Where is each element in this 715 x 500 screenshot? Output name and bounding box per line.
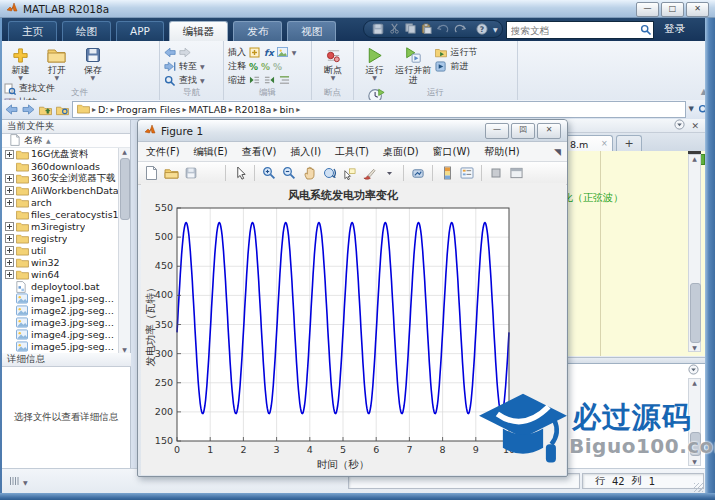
file-tree-row[interactable]: image5.jpg-segmente... (2, 340, 120, 352)
expand-icon[interactable] (5, 258, 14, 267)
expand-icon[interactable] (5, 222, 14, 231)
undo-icon[interactable] (437, 23, 449, 36)
breadcrumb[interactable]: ▸D:▸Program Files▸MATLAB▸R2018a▸bin▸ (72, 101, 686, 118)
ribbon-tab-apps[interactable]: APP (116, 21, 164, 41)
expand-icon[interactable] (5, 270, 14, 279)
copy-icon[interactable] (405, 23, 416, 36)
breadcrumb-segment[interactable]: Program Files (117, 104, 181, 115)
breadcrumb-segment[interactable]: MATLAB (189, 104, 227, 115)
run-section-button[interactable]: 运行节 (435, 46, 477, 59)
dock-figure-icon[interactable]: ◥ (554, 147, 561, 157)
zoom-in-icon[interactable] (261, 165, 277, 181)
panel-close-icon[interactable]: ✕ (691, 121, 699, 131)
file-tree-row[interactable]: registry (2, 232, 120, 244)
breadcrumb-segment[interactable]: R2018a (235, 104, 272, 115)
open-button[interactable]: 打开 ▼ (40, 44, 73, 80)
file-tree-row[interactable]: m3iregistry (2, 220, 120, 232)
figure-menu-item[interactable]: 编辑(E) (194, 145, 228, 159)
expand-icon[interactable] (5, 234, 14, 243)
figure-close-button[interactable]: ✕ (537, 123, 561, 139)
resize-grip[interactable] (694, 483, 703, 492)
rotate-3d-icon[interactable] (321, 165, 337, 181)
statusbar-menu[interactable]: ▼ (9, 476, 28, 488)
sign-in-link[interactable]: 登录 (664, 22, 685, 36)
expand-icon[interactable] (5, 174, 14, 183)
save-button[interactable]: 保存 ▼ (76, 44, 109, 80)
ribbon-tab-publish[interactable]: 发布 (233, 21, 282, 41)
figure-menu-item[interactable]: 查看(V) (242, 145, 277, 159)
browse-folder-icon[interactable] (55, 103, 69, 117)
figure-menu-item[interactable]: 帮助(H) (484, 145, 519, 159)
file-tree-row[interactable]: util (2, 244, 120, 256)
indent-button[interactable]: 缩进 (228, 74, 307, 87)
save-icon[interactable] (183, 165, 199, 181)
file-tree-row[interactable]: files_ceratocystis1 (2, 208, 120, 220)
open-folder-icon[interactable] (163, 165, 179, 181)
find-button[interactable]: 查找 ▼ (164, 74, 219, 87)
comment-remove-icon[interactable]: % (273, 62, 282, 72)
file-tree-row[interactable]: 360安全浏览器下载 (2, 172, 120, 184)
expand-icon[interactable] (5, 198, 14, 207)
panel-menu-icon[interactable] (674, 119, 685, 132)
run-advance-button[interactable]: 运行并前进 (394, 44, 432, 85)
file-tree-row[interactable]: image4.jpg-segmente... (2, 328, 120, 340)
file-tree-row[interactable]: win32 (2, 256, 120, 268)
new-script-button[interactable]: 新建 ▼ (4, 44, 37, 80)
file-tree-row[interactable]: image2.jpg-segmente... (2, 304, 120, 316)
maximize-button[interactable]: □ (661, 2, 684, 17)
tab-close-icon[interactable]: × (601, 139, 608, 148)
figure-maximize-button[interactable]: 回 (511, 123, 535, 139)
breadcrumb-segment[interactable]: bin (279, 104, 294, 115)
insert-button[interactable]: 插入 fx ▼ (228, 46, 307, 59)
file-tree-row[interactable]: image1.jpg-segmente... (2, 292, 120, 304)
breakpoints-button[interactable]: 断点 ▼ (316, 44, 350, 80)
advance-button[interactable]: 前进 (435, 60, 477, 73)
breadcrumb-dropdown-icon[interactable]: ▼ (689, 107, 694, 112)
comment-add-icon[interactable]: % (261, 62, 270, 72)
expand-icon[interactable] (5, 246, 14, 255)
figure-menu-item[interactable]: 窗口(W) (433, 145, 471, 159)
file-tree-row[interactable]: image3.jpg-segmente... (2, 316, 120, 328)
expand-icon[interactable] (5, 150, 14, 159)
expand-icon[interactable] (5, 186, 14, 195)
paste-icon[interactable] (421, 23, 432, 36)
doc-search-input[interactable] (507, 25, 639, 36)
forward-icon[interactable] (179, 47, 191, 59)
file-tree-scrollbar[interactable]: ▲ ▼ (118, 148, 130, 353)
indent-left-icon[interactable] (264, 75, 276, 87)
file-tree-row[interactable]: win64 (2, 268, 120, 280)
comment-button[interactable]: 注释 % % % (228, 60, 307, 73)
editor-scrollbar[interactable]: ▲ ▼ (688, 154, 701, 352)
name-column-header[interactable]: 名称 ▲ (2, 134, 130, 148)
print-icon[interactable] (203, 165, 219, 181)
dock-a-icon[interactable] (488, 165, 504, 181)
figure-menu-item[interactable]: 插入(I) (290, 145, 321, 159)
up-folder-icon[interactable] (38, 103, 52, 117)
figure-menu-item[interactable]: 桌面(D) (383, 145, 419, 159)
indent-auto-icon[interactable] (279, 75, 291, 87)
new-tab-button[interactable]: + (616, 135, 642, 152)
link-plots-icon[interactable] (410, 165, 426, 181)
file-tree-row[interactable]: deploytool.bat (2, 280, 120, 292)
breadcrumb-segment[interactable]: D: (98, 104, 109, 115)
minimize-button[interactable]: — (636, 2, 659, 17)
pointer-icon[interactable] (232, 165, 248, 181)
pan-hand-icon[interactable] (301, 165, 317, 181)
figure-minimize-button[interactable]: — (485, 123, 509, 139)
back-icon[interactable] (164, 47, 176, 59)
qat-dropdown-icon[interactable]: ▼ (493, 26, 498, 33)
details-header[interactable]: 详细信息 (2, 353, 131, 367)
forward-icon[interactable] (21, 103, 35, 117)
legend-icon[interactable] (459, 165, 475, 181)
data-cursor-icon[interactable] (341, 165, 357, 181)
fx-icon[interactable]: fx (264, 48, 274, 58)
new-file-icon[interactable] (143, 165, 159, 181)
ribbon-tab-editor[interactable]: 编辑器 (169, 21, 229, 41)
search-icon[interactable] (639, 23, 653, 37)
close-button[interactable]: ✕ (686, 2, 709, 17)
ribbon-tab-view[interactable]: 视图 (287, 21, 336, 41)
panel-menu-icon[interactable] (688, 364, 699, 377)
file-tree-row[interactable]: arch (2, 196, 120, 208)
colorbar-icon[interactable] (439, 165, 455, 181)
help-icon[interactable]: ? (476, 23, 488, 36)
